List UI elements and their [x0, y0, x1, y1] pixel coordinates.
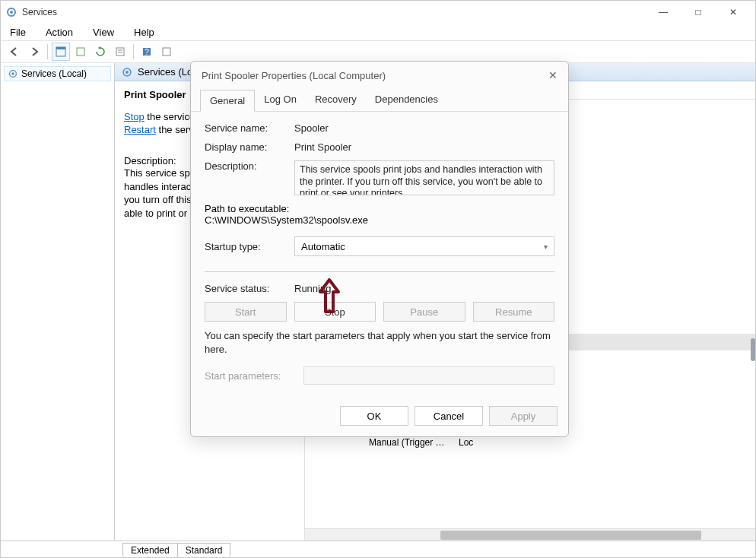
tree-services-local[interactable]: Services (Local) — [4, 66, 111, 81]
dialog-tab-recovery[interactable]: Recovery — [306, 89, 366, 111]
divider — [205, 271, 554, 272]
gear-icon — [121, 66, 133, 78]
export-toolbar-button[interactable] — [71, 43, 90, 61]
value-path: C:\WINDOWS\System32\spoolsv.exe — [205, 214, 554, 226]
start-button: Start — [205, 302, 287, 322]
dialog-body: Service name: Spooler Display name: Prin… — [191, 112, 568, 398]
cell-startup: Manual (Trigger Start) — [363, 437, 453, 448]
dialog-tab-general[interactable]: General — [200, 90, 255, 112]
titlebar: Services — □ ✕ — [1, 1, 755, 24]
svg-point-1 — [10, 11, 13, 14]
tree-pane: Services (Local) — [1, 63, 115, 541]
stop-link[interactable]: Stop — [124, 111, 145, 122]
dialog-close-button[interactable]: ✕ — [548, 69, 557, 81]
window-title: Services — [22, 7, 646, 17]
svg-rect-5 — [116, 48, 124, 55]
label-startup-type: Startup type: — [205, 241, 294, 252]
svg-rect-4 — [77, 48, 84, 55]
startup-type-select[interactable]: Automatic ▾ — [294, 236, 554, 256]
resume-button: Resume — [473, 302, 555, 322]
dialog-title: Print Spooler Properties (Local Computer… — [202, 70, 548, 81]
value-display-name: Print Spooler — [294, 141, 554, 153]
menu-action[interactable]: Action — [41, 25, 78, 40]
service-control-buttons: Start Stop Pause Resume — [205, 302, 554, 322]
menubar: File Action View Help — [1, 24, 755, 40]
start-params-input — [303, 366, 554, 385]
value-service-name: Spooler — [294, 122, 554, 134]
toolbar: ? — [1, 40, 755, 63]
dialog-titlebar: Print Spooler Properties (Local Computer… — [191, 62, 568, 89]
properties2-toolbar-button[interactable] — [111, 43, 129, 61]
tab-extended[interactable]: Extended — [122, 543, 178, 557]
label-path: Path to executable: — [205, 203, 554, 214]
chevron-down-icon: ▾ — [544, 243, 548, 251]
gear-icon — [5, 6, 17, 18]
cell-logon: Loc — [453, 437, 497, 448]
close-button[interactable]: ✕ — [716, 1, 751, 24]
label-start-params: Start parameters: — [205, 370, 303, 382]
gear-icon — [8, 68, 18, 79]
start-params-hint: You can specify the start parameters tha… — [205, 329, 554, 356]
horizontal-scrollbar[interactable] — [305, 528, 755, 541]
dialog-footer: OK Cancel Apply — [191, 398, 568, 436]
vertical-scrollbar[interactable] — [751, 81, 755, 541]
forward-button[interactable] — [25, 43, 43, 61]
bottom-tabs: Extended Standard — [1, 541, 755, 557]
svg-text:?: ? — [145, 48, 149, 56]
toolbar-separator — [133, 44, 134, 59]
menu-help[interactable]: Help — [129, 25, 159, 40]
svg-rect-3 — [56, 47, 65, 49]
ok-button[interactable]: OK — [340, 406, 408, 426]
minimize-button[interactable]: — — [646, 1, 681, 24]
label-display-name: Display name: — [205, 141, 294, 153]
restart-link[interactable]: Restart — [124, 124, 156, 135]
cancel-button[interactable]: Cancel — [415, 406, 483, 426]
horizontal-scroll-thumb[interactable] — [440, 531, 701, 540]
maximize-button[interactable]: □ — [681, 1, 716, 24]
label-description: Description: — [205, 160, 294, 172]
toolbar-button[interactable] — [157, 43, 176, 61]
help-toolbar-button[interactable]: ? — [138, 43, 156, 61]
properties-dialog: Print Spooler Properties (Local Computer… — [190, 61, 569, 437]
dialog-tab-dependencies[interactable]: Dependencies — [366, 89, 447, 111]
apply-button: Apply — [489, 406, 557, 426]
menu-file[interactable]: File — [5, 25, 30, 40]
toolbar-separator — [47, 44, 48, 59]
svg-point-14 — [125, 71, 129, 74]
tree-item-label: Services (Local) — [21, 68, 87, 79]
pause-button: Pause — [383, 302, 465, 322]
window-controls: — □ ✕ — [646, 1, 751, 24]
svg-rect-10 — [163, 48, 170, 55]
label-service-status: Service status: — [205, 283, 294, 294]
svg-point-12 — [11, 72, 14, 75]
vertical-scroll-thumb[interactable] — [751, 338, 755, 361]
properties-toolbar-button[interactable] — [52, 43, 70, 61]
tab-standard[interactable]: Standard — [177, 543, 231, 557]
label-service-name: Service name: — [205, 122, 294, 134]
description-textbox[interactable]: This service spools print jobs and handl… — [294, 160, 554, 195]
dialog-tab-logon[interactable]: Log On — [255, 89, 306, 111]
value-service-status: Running — [294, 283, 554, 294]
startup-type-value: Automatic — [301, 241, 345, 252]
dialog-tabs: General Log On Recovery Dependencies — [191, 89, 568, 112]
back-button[interactable] — [5, 43, 24, 61]
refresh-toolbar-button[interactable] — [91, 43, 110, 61]
stop-button[interactable]: Stop — [294, 302, 376, 322]
menu-view[interactable]: View — [88, 25, 119, 40]
